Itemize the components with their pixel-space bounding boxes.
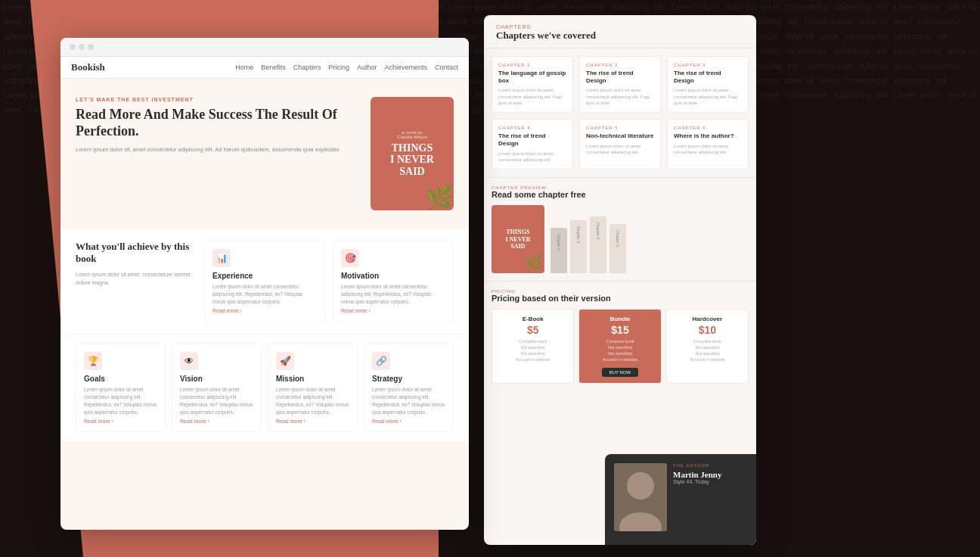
experience-text: Lorem ipsum dolor sit amet consectetur a… bbox=[212, 283, 317, 305]
chapter-tab-2[interactable]: Chapter 2 bbox=[550, 228, 567, 273]
chapter-6-lorem: Lorem ipsum dolor sit amet consectetur a… bbox=[674, 143, 742, 156]
pricing-ebook-price: $5 bbox=[498, 324, 567, 336]
motivation-read-more[interactable]: Read more › bbox=[341, 308, 445, 313]
nav-links[interactable]: Home Benefits Chapters Pricing Author Ac… bbox=[235, 64, 458, 71]
pricing-bundle-f2: Not specified bbox=[585, 345, 654, 350]
feature-strategy: 🔗 Strategy Lorem ipsum dolor sit amet co… bbox=[364, 344, 454, 432]
goals-icon: 🏆 bbox=[84, 352, 102, 370]
feature-motivation: 🎯 Motivation Lorem ipsum dolor sit amet … bbox=[333, 241, 454, 322]
motivation-text: Lorem ipsum dolor sit amet consectetur a… bbox=[341, 283, 445, 305]
chapter-3-lorem: Lorem ipsum dolor sit amet consectetur a… bbox=[674, 87, 742, 106]
features-section: What you'll achieve by this book Lorem i… bbox=[60, 229, 469, 334]
pricing-ebook-f2: Not specified bbox=[498, 345, 567, 350]
pricing-bundle-cta[interactable]: BUY NOW bbox=[602, 368, 639, 377]
mission-icon: 🚀 bbox=[276, 352, 294, 370]
chapters-grid: CHAPTER 1 The language of gossip box Lor… bbox=[484, 48, 756, 177]
chapter-tab-3[interactable]: Chapter 3 bbox=[570, 220, 587, 273]
pricing-section: PRICING Pricing based on their version E… bbox=[484, 281, 756, 391]
features-desc: Lorem ipsum dolor sit amet, consectetuer… bbox=[76, 271, 197, 287]
browser-nav: Bookish Home Benefits Chapters Pricing A… bbox=[60, 57, 469, 79]
preview-book-title: THINGSI NEVERSAID bbox=[501, 224, 535, 255]
chapter-4-name: The rise of trend Design bbox=[498, 132, 566, 147]
pricing-cards: E-Book $5 Complete book Not specified No… bbox=[492, 309, 749, 384]
chapter-5-name: Non-technical literature bbox=[586, 132, 654, 140]
chapter-tabs: Chapter 2 Chapter 3 Chapter 4 Chapter 5 bbox=[550, 205, 626, 273]
nav-home[interactable]: Home bbox=[235, 64, 253, 71]
hero-text: LET'S MAKE THE BEST INVESTMENT Read More… bbox=[76, 97, 355, 210]
pricing-bundle-tier: Bundle bbox=[585, 316, 654, 322]
chapter-2-name: The rise of trend Design bbox=[586, 70, 654, 84]
strategy-icon: 🔗 bbox=[372, 352, 390, 370]
nav-benefits[interactable]: Benefits bbox=[261, 64, 286, 71]
chapter-4-lorem: Lorem ipsum dolor sit amet consectetur a… bbox=[498, 151, 566, 163]
pricing-ebook: E-Book $5 Complete book Not specified No… bbox=[492, 309, 574, 384]
browser-dots bbox=[70, 44, 94, 50]
features-row2: 🏆 Goals Lorem ipsum dolor sit amet conse… bbox=[60, 334, 469, 441]
mission-read-more[interactable]: Read more › bbox=[276, 419, 349, 424]
pricing-ebook-tier: E-Book bbox=[498, 316, 567, 322]
chapter-6-name: Where is the author? bbox=[674, 132, 742, 140]
pricing-hardcover-price: $10 bbox=[673, 324, 742, 336]
hero-title: Read More And Make Success The Result Of… bbox=[76, 107, 355, 139]
chapter-5: CHAPTER 5 Non-technical literature Lorem… bbox=[579, 119, 661, 170]
strategy-name: Strategy bbox=[372, 375, 445, 383]
pricing-ebook-f3: Not specified bbox=[498, 351, 567, 356]
nav-achievements[interactable]: Achievements bbox=[384, 64, 427, 71]
chapter-4: CHAPTER 4 The rise of trend Design Lorem… bbox=[492, 119, 573, 170]
author-name: Martin Jenny bbox=[673, 470, 721, 479]
chapter-2-num: CHAPTER 2 bbox=[586, 63, 654, 67]
book-author: a novel byClaudia Wilson bbox=[390, 130, 434, 139]
chapter-1-lorem: Lorem ipsum dolor sit amet consectetur a… bbox=[498, 87, 566, 106]
preview-section: CHAPTER PREVIEW Read some chapter free T… bbox=[484, 177, 756, 281]
book-cover: a novel byClaudia Wilson THINGSI NEVERSA… bbox=[371, 97, 454, 210]
experience-read-more[interactable]: Read more › bbox=[212, 308, 317, 313]
feature-vision: 👁 Vision Lorem ipsum dolor sit amet cons… bbox=[172, 344, 262, 432]
dot-green bbox=[88, 44, 94, 50]
author-handle: Style 44, Today bbox=[673, 479, 721, 484]
chapter-5-lorem: Lorem ipsum dolor sit amet consectetur a… bbox=[586, 143, 654, 156]
features-grid: What you'll achieve by this book Lorem i… bbox=[76, 241, 454, 322]
goals-text: Lorem ipsum dolor sit amet consectetur a… bbox=[84, 386, 157, 415]
features-intro: What you'll achieve by this book Lorem i… bbox=[76, 241, 197, 322]
nav-contact[interactable]: Contact bbox=[435, 64, 458, 71]
chapter-1-name: The language of gossip box bbox=[498, 70, 566, 84]
vision-read-more[interactable]: Read more › bbox=[180, 419, 253, 424]
preview-book-plant: 🌿 bbox=[524, 254, 543, 272]
book-title: THINGSI NEVERSAID bbox=[390, 142, 434, 177]
experience-name: Experience bbox=[212, 272, 317, 280]
dot-red bbox=[70, 44, 76, 50]
browser-bar bbox=[60, 38, 469, 57]
strategy-read-more[interactable]: Read more › bbox=[372, 419, 445, 424]
mission-text: Lorem ipsum dolor sit amet consectetur a… bbox=[276, 386, 349, 415]
nav-pricing[interactable]: Pricing bbox=[328, 64, 349, 71]
chapter-tab-5[interactable]: Chapter 5 bbox=[609, 224, 626, 273]
pricing-hardcover-f3: Not specified bbox=[673, 351, 742, 356]
chapter-6: CHAPTER 6 Where is the author? Lorem ips… bbox=[667, 119, 749, 170]
preview-title: Read some chapter free bbox=[492, 190, 749, 199]
hero-label: LET'S MAKE THE BEST INVESTMENT bbox=[76, 97, 355, 102]
pricing-bundle: Bundle $15 Complete book Not specified N… bbox=[578, 309, 661, 384]
motivation-name: Motivation bbox=[341, 272, 445, 280]
pricing-bundle-f4: Account in website bbox=[585, 357, 654, 362]
feature-experience: 📊 Experience Lorem ipsum dolor sit amet … bbox=[204, 241, 325, 322]
chapters-header: CHAPTERS Chapters we've covered bbox=[484, 15, 756, 48]
chapter-4-num: CHAPTER 4 bbox=[498, 126, 566, 130]
book-plant-decoration: 🌿 bbox=[426, 184, 454, 210]
nav-chapters[interactable]: Chapters bbox=[293, 64, 321, 71]
goals-read-more[interactable]: Read more › bbox=[84, 419, 157, 424]
pricing-bundle-price: $15 bbox=[585, 324, 654, 336]
chapters-panel: CHAPTERS Chapters we've covered CHAPTER … bbox=[484, 15, 756, 545]
pricing-hardcover-f1: Complete book bbox=[673, 339, 742, 344]
pricing-ebook-f1: Complete book bbox=[498, 339, 567, 344]
chapter-2: CHAPTER 2 The rise of trend Design Lorem… bbox=[579, 56, 661, 113]
chapter-3-num: CHAPTER 3 bbox=[674, 63, 742, 67]
browser-window: Bookish Home Benefits Chapters Pricing A… bbox=[60, 38, 469, 530]
feature-mission: 🚀 Mission Lorem ipsum dolor sit amet con… bbox=[268, 344, 358, 432]
pricing-title: Pricing based on their version bbox=[492, 294, 749, 303]
chapter-tab-4[interactable]: Chapter 4 bbox=[590, 216, 606, 273]
chapter-1-num: CHAPTER 1 bbox=[498, 63, 566, 67]
pricing-bundle-f3: Not specified bbox=[585, 351, 654, 356]
nav-author[interactable]: Author bbox=[357, 64, 377, 71]
chapter-tab-3-text: Chapter 3 bbox=[574, 223, 583, 246]
pricing-hardcover-f4: Account in website bbox=[673, 357, 742, 362]
